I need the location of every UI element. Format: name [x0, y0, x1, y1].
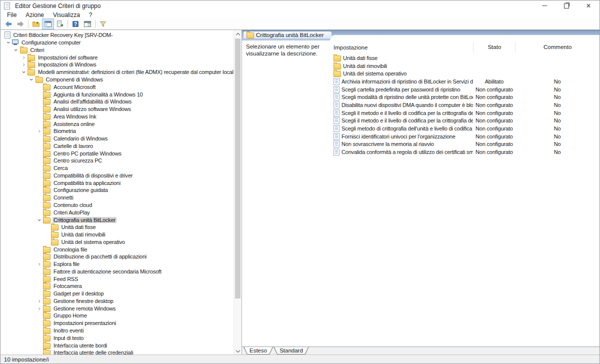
help-button[interactable]: ?	[70, 18, 82, 30]
status-bar: 10 impostazione/i	[0, 354, 600, 364]
tree-item[interactable]: Fotocamera	[0, 282, 234, 290]
tree-item[interactable]: Gestione finestre desktop	[0, 298, 234, 305]
tree-item[interactable]: Compatibilità di dispositivi e driver	[0, 172, 234, 180]
scroll-down-button[interactable]	[234, 347, 242, 355]
tree-item[interactable]: Cartelle di lavoro	[0, 142, 234, 150]
up-one-level-button[interactable]	[30, 18, 42, 30]
expander-icon[interactable]	[4, 40, 12, 45]
tree-item[interactable]: Assistenza online	[0, 120, 234, 128]
export-list-button[interactable]	[54, 18, 66, 30]
tree-item[interactable]: Crittografia unità BitLocker	[0, 216, 234, 224]
tree-item[interactable]: Gestione remota Windows	[0, 304, 234, 312]
tree-item[interactable]: Input di testo	[0, 334, 234, 342]
tree-item[interactable]: Cronologia file	[0, 246, 234, 253]
tree-item[interactable]: Area Windows Ink	[0, 112, 234, 120]
expander-icon[interactable]	[36, 218, 43, 222]
console-tree: Criteri Bitlocker Recovery Key [SRV-DOM-…	[0, 30, 234, 355]
list-row[interactable]: Non sovrascrivere la memoria al riavvio …	[330, 140, 600, 148]
tree-item[interactable]: Inoltro eventi	[0, 327, 234, 334]
show-properties-window-button[interactable]	[82, 18, 94, 30]
expander-icon[interactable]	[28, 77, 36, 82]
tree-item[interactable]: Configurazione computer	[0, 39, 234, 46]
tree-item[interactable]: Calendario di Windows	[0, 135, 234, 142]
tree-item[interactable]: Cerca	[0, 164, 234, 172]
tree-item[interactable]: Componenti di Windows	[0, 76, 234, 84]
tree-item[interactable]: Distribuzione di pacchetti di applicazio…	[0, 253, 234, 260]
scrollbar-thumb[interactable]	[235, 38, 240, 298]
tree-item[interactable]: Centro sicurezza PC	[0, 157, 234, 164]
tree-item[interactable]: Biometria	[0, 128, 234, 135]
menu-file[interactable]: File	[2, 12, 21, 18]
tree-item[interactable]: Interfaccia utente bordi	[0, 342, 234, 349]
back-button[interactable]	[2, 18, 14, 30]
list-row-name-cell: Scegli il metodo e il livello di codific…	[330, 110, 473, 116]
folder-icon	[43, 144, 50, 150]
show-console-tree-button[interactable]	[42, 18, 54, 30]
tree-item[interactable]: Analisi dell'affidabilità di Windows	[0, 98, 234, 106]
expander-icon[interactable]	[36, 262, 43, 266]
close-button[interactable]	[578, 0, 600, 11]
tree-item[interactable]: Criteri	[0, 46, 234, 54]
expander-icon[interactable]	[12, 48, 20, 52]
list-row[interactable]: Convalida conformità a regola di utilizz…	[330, 148, 600, 156]
list-row[interactable]: Archivia informazioni di ripristino di B…	[330, 78, 600, 86]
tree-item[interactable]: Unità dati rimovibili	[0, 231, 234, 238]
folder-icon	[43, 122, 50, 128]
list-row[interactable]: Scegli modalità di ripristino delle unit…	[330, 93, 600, 101]
tree-item[interactable]: Impostazioni del software	[0, 54, 234, 61]
tree-item[interactable]: Feed RSS	[0, 275, 234, 282]
list-row[interactable]: Fornisci identificatori univoci per l'or…	[330, 132, 600, 140]
tree-item[interactable]: Connetti	[0, 194, 234, 202]
tree-item[interactable]: Criteri AutoPlay	[0, 208, 234, 216]
list-row[interactable]: Unità dati rimovibili	[330, 62, 600, 70]
tree-item[interactable]: Criteri Bitlocker Recovery Key [SRV-DOM-	[0, 32, 234, 39]
tree-item[interactable]: Impostazioni di Windows	[0, 61, 234, 68]
tree-item[interactable]: Modelli amministrativi: definizioni di c…	[0, 68, 234, 76]
tree-item[interactable]: Gadget per il desktop	[0, 290, 234, 298]
tree-item-label: Assistenza online	[52, 121, 96, 127]
tree-item[interactable]: Fattore di autenticazione secondaria Mic…	[0, 268, 234, 276]
forward-button[interactable]	[14, 18, 26, 30]
tree-item[interactable]: Account Microsoft	[0, 83, 234, 90]
tree-item[interactable]: Contenuto cloud	[0, 202, 234, 209]
tree-item[interactable]: Impostazioni presentazioni	[0, 320, 234, 327]
folder-icon	[43, 166, 50, 172]
scroll-up-button[interactable]	[234, 30, 242, 38]
list-row[interactable]: Scegli il metodo e il livello di codific…	[330, 117, 600, 125]
menu-azione[interactable]: Azione	[21, 12, 48, 18]
menu-visualizza[interactable]: Visualizza	[48, 12, 84, 18]
restore-button[interactable]	[556, 0, 578, 11]
list-row[interactable]: Scegli il metodo e il livello di codific…	[330, 109, 600, 117]
tree-scrollbar[interactable]	[234, 30, 242, 355]
menu-help[interactable]: ?	[84, 12, 97, 18]
list-row[interactable]: Unità dati fisse	[330, 54, 600, 62]
expander-icon[interactable]	[36, 298, 43, 304]
column-header-stato[interactable]: Stato	[473, 42, 515, 52]
list-row[interactable]: Scegli cartella predefinita per password…	[330, 86, 600, 94]
list-row[interactable]: Scegli metodo di crittografia dell'unità…	[330, 124, 600, 132]
tree-item[interactable]: Unità dati fisse	[0, 224, 234, 231]
expander-icon[interactable]	[20, 70, 28, 74]
filter-button[interactable]	[97, 18, 109, 30]
column-header-impostazione[interactable]: Impostazione	[330, 44, 473, 50]
tree-item[interactable]: Configurazione guidata	[0, 186, 234, 194]
list-row[interactable]: Unità del sistema operativo	[330, 70, 600, 78]
tree-item[interactable]: Esplora file	[0, 260, 234, 268]
tree-item[interactable]: Gruppo Home	[0, 312, 234, 320]
setting-stato: Non configurato	[473, 94, 515, 100]
tab-esteso[interactable]: Esteso	[244, 347, 273, 354]
folder-icon	[43, 291, 50, 297]
tree-item[interactable]: Unità del sistema operativo	[0, 238, 234, 246]
tree-item[interactable]: Centro PC portatile Windows	[0, 150, 234, 157]
expander-icon[interactable]	[20, 62, 28, 67]
column-header-commento[interactable]: Commento	[515, 42, 600, 52]
tab-standard[interactable]: Standard	[274, 347, 309, 354]
tree-item[interactable]: Aggiunta di funzionalità a Windows 10	[0, 90, 234, 98]
tree-item[interactable]: Analisi utilizzo software Windows	[0, 106, 234, 113]
expander-icon[interactable]	[20, 55, 28, 60]
expander-icon[interactable]	[36, 306, 43, 311]
tree-item[interactable]: Compatibilità tra applicazioni	[0, 179, 234, 186]
list-row[interactable]: Disabilita nuovi dispositivi DMA quando …	[330, 101, 600, 109]
expander-icon[interactable]	[36, 128, 43, 134]
minimize-button[interactable]	[534, 0, 556, 11]
